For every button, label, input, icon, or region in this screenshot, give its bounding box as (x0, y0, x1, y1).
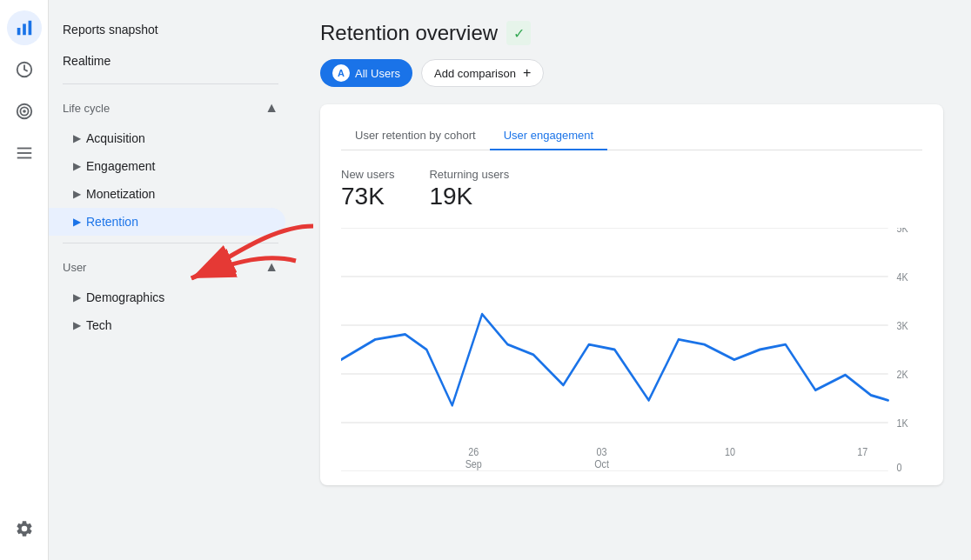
user-avatar: A (332, 64, 350, 82)
svg-text:Sep: Sep (465, 458, 483, 471)
engagement-item[interactable]: ▶ Engagement (49, 152, 285, 180)
demographics-item[interactable]: ▶ Demographics (49, 283, 285, 311)
all-users-chip[interactable]: A All Users (320, 59, 412, 87)
svg-text:2K: 2K (897, 368, 908, 381)
tech-item[interactable]: ▶ Tech (49, 311, 285, 339)
reports-snapshot-item[interactable]: Reports snapshot (49, 14, 292, 45)
sidebar-divider-1 (63, 83, 278, 84)
svg-text:Oct: Oct (594, 458, 609, 471)
returning-users-value: 19K (429, 183, 509, 210)
sidebar: Reports snapshot Realtime Life cycle ▲ ▶… (49, 0, 292, 560)
svg-text:3K: 3K (897, 319, 908, 332)
metrics-row: New users 73K Returning users 19K (341, 168, 922, 210)
lifecycle-items: ▶ Acquisition ▶ Engagement ▶ Monetizatio… (49, 124, 292, 236)
tech-label: Tech (86, 318, 112, 332)
retention-chart: 26 Sep 03 Oct 10 17 5K 4K 3K 2K 1K 0 (341, 228, 922, 471)
page-header: Retention overview ✓ (320, 21, 943, 45)
retention-label: Retention (86, 215, 138, 229)
returning-users-label: Returning users (429, 168, 509, 181)
realtime-item[interactable]: Realtime (49, 45, 292, 77)
user-section-chevron-icon: ▲ (265, 259, 278, 275)
svg-rect-1 (23, 23, 26, 35)
icon-rail (0, 0, 49, 560)
svg-text:03: 03 (597, 446, 607, 459)
monetization-item[interactable]: ▶ Monetization (49, 180, 285, 208)
engagement-arrow-icon: ▶ (73, 160, 81, 172)
all-users-label: All Users (355, 67, 400, 80)
svg-text:26: 26 (468, 446, 479, 459)
acquisition-arrow-icon: ▶ (73, 132, 81, 144)
realtime-nav-icon[interactable] (7, 52, 42, 87)
returning-users-metric: Returning users 19K (429, 168, 509, 210)
lifecycle-section-header[interactable]: Life cycle ▲ (49, 91, 292, 124)
tab-user-retention[interactable]: User retention by cohort (341, 122, 490, 150)
add-comparison-chip[interactable]: Add comparison + (421, 59, 544, 87)
new-users-value: 73K (341, 183, 394, 210)
chart-area: 26 Sep 03 Oct 10 17 5K 4K 3K 2K 1K 0 (341, 228, 922, 471)
demographics-label: Demographics (86, 290, 164, 304)
settings-nav-icon[interactable] (7, 511, 42, 546)
user-section-label: User (63, 261, 86, 274)
new-users-metric: New users 73K (341, 168, 394, 210)
tech-arrow-icon: ▶ (73, 319, 81, 331)
acquisition-label: Acquisition (86, 131, 145, 145)
svg-rect-7 (17, 148, 31, 150)
svg-point-6 (23, 110, 25, 112)
retention-arrow-icon: ▶ (73, 216, 81, 228)
tab-user-engagement[interactable]: User engagement (490, 122, 607, 150)
add-comparison-label: Add comparison (434, 67, 516, 80)
list-nav-icon[interactable] (7, 136, 42, 170)
page-title: Retention overview (320, 21, 498, 45)
main-content: Retention overview ✓ A All Users Add com… (292, 0, 971, 560)
svg-rect-2 (28, 21, 31, 36)
engagement-label: Engagement (86, 159, 155, 173)
svg-text:4K: 4K (897, 270, 908, 283)
lifecycle-chevron-icon: ▲ (265, 100, 278, 116)
user-section-header[interactable]: User ▲ (49, 250, 292, 283)
target-nav-icon[interactable] (7, 94, 42, 129)
acquisition-item[interactable]: ▶ Acquisition (49, 124, 285, 152)
svg-text:0: 0 (897, 461, 902, 471)
sidebar-divider-2 (63, 243, 278, 243)
demographics-arrow-icon: ▶ (73, 291, 81, 303)
chart-card: User retention by cohort User engagement… (320, 104, 943, 485)
lifecycle-section-label: Life cycle (63, 102, 110, 115)
monetization-label: Monetization (86, 187, 155, 201)
svg-text:10: 10 (725, 446, 735, 459)
svg-rect-9 (17, 157, 31, 159)
chart-tabs: User retention by cohort User engagement (341, 122, 922, 150)
add-comparison-plus-icon: + (523, 65, 531, 81)
retention-item[interactable]: ▶ Retention (49, 208, 285, 236)
user-items: ▶ Demographics ▶ Tech (49, 283, 292, 339)
svg-text:5K: 5K (897, 228, 908, 235)
svg-rect-8 (17, 152, 31, 154)
svg-text:1K: 1K (897, 417, 908, 430)
filter-bar: A All Users Add comparison + (320, 59, 943, 87)
monetization-arrow-icon: ▶ (73, 188, 81, 200)
svg-text:17: 17 (857, 446, 867, 459)
new-users-label: New users (341, 168, 394, 181)
retention-check-icon: ✓ (506, 21, 531, 45)
bar-chart-nav-icon[interactable] (7, 10, 42, 45)
svg-rect-0 (17, 28, 20, 35)
